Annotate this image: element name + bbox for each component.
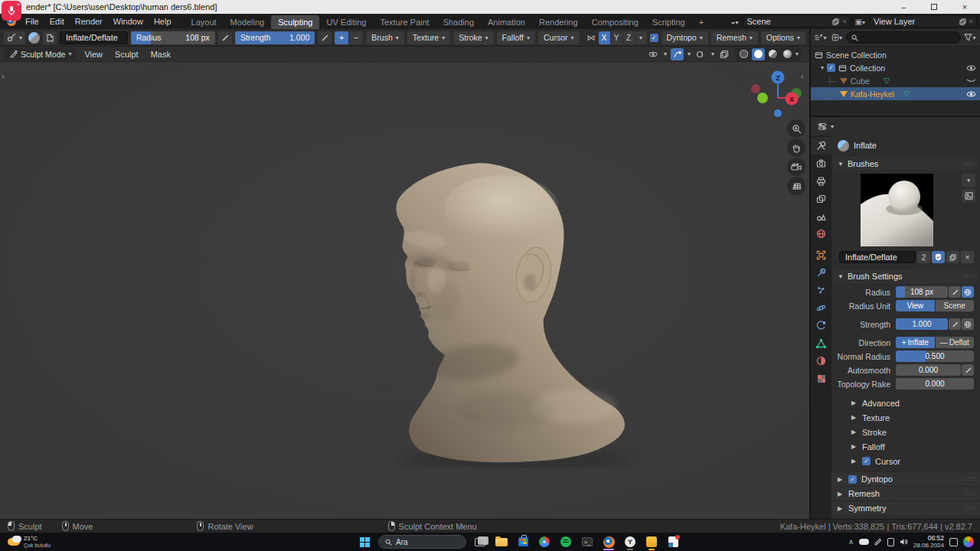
blender-taskbar-button[interactable] (599, 533, 618, 550)
tab-physics[interactable] (811, 299, 831, 317)
object-visibility-dropdown[interactable] (647, 48, 660, 60)
mode-selector[interactable]: Sculpt Mode▾ (4, 47, 77, 60)
tab-sculpting[interactable]: Sculpting (271, 15, 319, 29)
autosmooth-slider[interactable]: 0.000 (896, 364, 961, 376)
weather-widget[interactable]: 21°C Çok bulutlu (0, 535, 58, 549)
gizmos-toggle[interactable] (671, 48, 684, 60)
gizmo-neg-z-ball[interactable] (774, 109, 782, 117)
menu-window[interactable]: Window (108, 14, 149, 29)
subpanel-cursor[interactable]: ▶ ✓ Cursor (831, 454, 980, 468)
duplicate-brush-button[interactable] (946, 251, 959, 263)
tab-particles[interactable] (811, 282, 831, 299)
panel-drag-handle[interactable]: ∷∷ (964, 272, 974, 280)
view-layer-selector[interactable]: View Layer × (870, 15, 977, 28)
brush-select-dropdown[interactable]: ▾ (962, 174, 975, 187)
copilot-icon[interactable] (963, 536, 974, 547)
scene-browse-icon[interactable]: ◒▾ (730, 18, 738, 26)
scene-selector[interactable]: Scene × (743, 15, 851, 28)
menu-help[interactable]: Help (149, 14, 177, 29)
options-dropdown[interactable]: Options▾ (761, 31, 805, 44)
tab-uv-editing[interactable]: UV Editing (319, 15, 373, 29)
remove-view-layer-icon[interactable]: × (969, 18, 973, 25)
file-explorer-button[interactable] (492, 533, 511, 550)
mirror-x-toggle[interactable]: X (599, 31, 610, 44)
brushes-panel-header[interactable]: ▼ Brushes ∷∷ (834, 157, 978, 171)
outliner-row-collection[interactable]: ▾ ✓ Collection (811, 61, 980, 74)
tab-modeling[interactable]: Modeling (224, 15, 272, 29)
tab-rendering[interactable]: Rendering (532, 15, 585, 29)
gizmo-y-ball[interactable] (757, 93, 768, 103)
texture-dropdown[interactable]: Texture▾ (407, 31, 450, 44)
tray-expand-chevron[interactable]: ∧ (848, 538, 854, 546)
tab-compositing[interactable]: Compositing (585, 15, 645, 29)
outliner-row-kafa-heykel[interactable]: ├─ Kafa-Heykel ▽ (811, 87, 980, 100)
brush-preview-image[interactable] (861, 174, 933, 246)
terminal-button[interactable]: >_ (578, 533, 596, 550)
navigation-gizmo[interactable]: Z X (737, 66, 806, 123)
radius-slider[interactable]: Radius 108 px (131, 31, 215, 44)
shading-rendered-button[interactable] (781, 48, 794, 60)
radius-unit-scene-button[interactable]: Scene (936, 300, 975, 311)
add-workspace-button[interactable]: + (692, 15, 710, 29)
collection-checkbox[interactable]: ✓ (827, 64, 835, 72)
spotify-button[interactable] (557, 533, 575, 550)
volume-icon[interactable] (900, 538, 908, 546)
tab-animation[interactable]: Animation (481, 15, 532, 29)
funnel-filter-icon[interactable]: ▾ (963, 31, 977, 44)
mirror-z-toggle[interactable]: Z (623, 31, 635, 44)
shading-wireframe-button[interactable] (737, 48, 750, 60)
sculpted-head-model[interactable] (322, 154, 643, 468)
autosmooth-pressure-icon[interactable] (962, 364, 974, 376)
copy-icon[interactable] (832, 18, 839, 25)
strength-pressure-icon[interactable] (949, 318, 961, 330)
menu-edit[interactable]: Edit (44, 14, 70, 29)
dyntopo-checkbox[interactable]: ✓ (650, 34, 658, 42)
radius-pressure-icon[interactable] (949, 286, 961, 298)
panel-drag-handle[interactable]: ∷∷ (965, 475, 975, 483)
subpanel-texture[interactable]: ▶ Texture (831, 410, 980, 425)
brush-image-button[interactable] (962, 189, 975, 202)
panel-remesh[interactable]: ▶ Remesh ∷∷ (831, 486, 980, 500)
strength-unified-globe-icon[interactable] (962, 318, 974, 330)
tab-shading[interactable]: Shading (436, 15, 481, 29)
subpanel-falloff[interactable]: ▶ Falloff (831, 439, 980, 454)
gizmo-neg-x-ball[interactable] (751, 84, 760, 93)
tab-constraints[interactable] (811, 317, 831, 334)
pan-hand-button[interactable] (787, 139, 805, 157)
strength-slider[interactable]: Strength 1.000 (235, 31, 315, 44)
eye-open-icon[interactable] (966, 65, 976, 71)
cursor-dropdown[interactable]: Cursor▾ (538, 31, 580, 44)
direction-deflate-button[interactable]: —Deflat (936, 337, 975, 348)
radius-unit-view-button[interactable]: View (896, 300, 935, 311)
panel-symmetry[interactable]: ▶ Symmetry ∷∷ (831, 500, 980, 515)
outliner-row-scene-collection[interactable]: Scene Collection (811, 48, 980, 61)
shading-material-button[interactable] (766, 48, 779, 60)
falloff-dropdown[interactable]: Falloff▾ (497, 31, 535, 44)
app-y-button[interactable]: Y (621, 533, 639, 550)
minimize-button[interactable]: – (888, 0, 919, 14)
unlink-scene-icon[interactable]: × (842, 18, 846, 25)
brush-name-field[interactable]: Inflate/Deflate (839, 251, 916, 263)
tab-render[interactable] (811, 155, 831, 172)
fake-user-shield-button[interactable] (932, 251, 945, 263)
menu-render[interactable]: Render (70, 14, 108, 29)
active-tool-selector[interactable]: ▾ (4, 31, 25, 44)
tab-object-data[interactable] (811, 334, 831, 352)
outliner-search-input[interactable] (846, 31, 961, 44)
panel-drag-handle[interactable]: ∷∷ (965, 504, 975, 512)
maximize-button[interactable] (919, 0, 949, 14)
subpanel-advanced[interactable]: ▶ Advanced (831, 396, 980, 410)
topology-rake-slider[interactable]: 0.000 (896, 378, 974, 390)
stroke-dropdown[interactable]: Stroke▾ (453, 31, 493, 44)
tab-modifiers[interactable] (811, 264, 831, 282)
radius-pressure-icon[interactable] (218, 31, 232, 44)
editor-type-selector[interactable] (815, 120, 829, 133)
start-button[interactable] (355, 533, 374, 550)
tab-scripting[interactable]: Scripting (645, 15, 692, 29)
outliner-filter-dropdown[interactable]: ▾ (830, 31, 844, 44)
panel-drag-handle[interactable]: ∷∷ (964, 160, 974, 168)
tab-texture-paint[interactable]: Texture Paint (373, 15, 436, 29)
brush-direction-add-button[interactable]: + (335, 31, 348, 44)
panel-dyntopo[interactable]: ▶ ✓ Dyntopo ∷∷ (831, 471, 980, 486)
tab-view-layer[interactable] (811, 190, 831, 207)
